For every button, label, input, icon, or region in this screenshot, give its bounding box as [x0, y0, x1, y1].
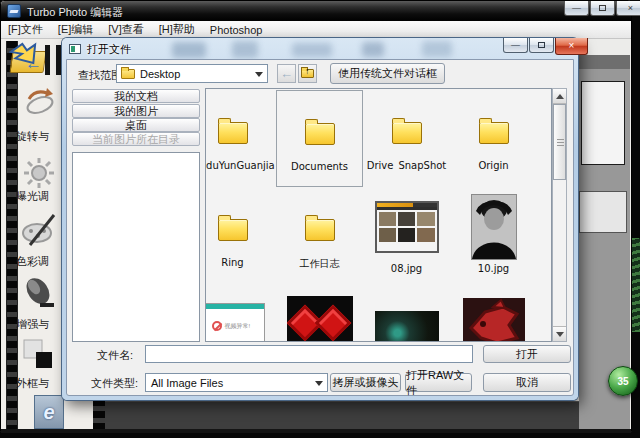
dialog-title: 打开文件: [87, 42, 131, 57]
look-in-dropdown[interactable]: Desktop: [116, 64, 268, 83]
sidebar-my-documents[interactable]: 我的文档: [72, 89, 200, 103]
internet-explorer-icon[interactable]: e: [34, 395, 64, 429]
error-icon: [212, 321, 222, 331]
open-raw-button[interactable]: 打开RAW文件: [405, 373, 472, 392]
file-name: 08.jpg: [363, 263, 450, 274]
chevron-down-icon: [315, 381, 323, 386]
photo-placeholder: [581, 81, 625, 165]
folder-icon: [479, 122, 509, 144]
maximize-icon: [538, 42, 545, 48]
nav-up-button[interactable]: ↑: [298, 64, 317, 83]
folder-icon: [218, 122, 248, 144]
file-name: Ring: [205, 257, 276, 268]
sidebar-list-box[interactable]: [72, 152, 200, 342]
menu-item-file[interactable]: [F]文件: [8, 22, 43, 37]
open-button[interactable]: 打开: [483, 345, 571, 363]
menu-item-view[interactable]: [V]查看: [108, 22, 143, 37]
menu-item-edit[interactable]: [E]编辑: [58, 22, 93, 37]
tool-exposure-label[interactable]: 曝光调: [16, 189, 63, 202]
undo-arrow-icon[interactable]: ←: [25, 55, 42, 72]
rotate-icon[interactable]: [19, 81, 59, 125]
file-thumbnail: [375, 201, 439, 253]
file-thumbnail: [287, 296, 353, 342]
tool-rotate-label[interactable]: 旋转与: [16, 129, 63, 142]
file-name: BaiduYunGuanjia: [205, 160, 276, 171]
enhance-icon[interactable]: [19, 271, 59, 315]
minimize-button[interactable]: —: [564, 1, 589, 16]
file-name: Documents: [277, 161, 362, 172]
file-item[interactable]: 08.jpg: [363, 187, 450, 284]
file-item[interactable]: Ring: [205, 187, 276, 284]
glass-reflection: [292, 43, 332, 57]
grid-scrollbar[interactable]: [552, 88, 567, 342]
toolbar-partial-icon: [45, 45, 62, 75]
thumb-caption: 视频异常!: [225, 322, 251, 331]
frame-icon[interactable]: [19, 333, 59, 377]
grey-band: [579, 55, 630, 69]
sidebar-current-dir-disabled: 当前图片所在目录: [72, 132, 200, 146]
maximize-button[interactable]: [590, 1, 615, 16]
file-item[interactable]: BaiduYunGuanjia: [205, 90, 276, 187]
desktop-gadget-badge[interactable]: 35: [608, 366, 638, 396]
dialog-close-button[interactable]: ×: [555, 38, 588, 55]
open-file-dialog: 打开文件 — × 查找范围: Desktop ← ↑ 使用传统文件对话框 我的文…: [62, 38, 578, 400]
glass-reflection: [232, 41, 258, 58]
folder-icon: [218, 219, 248, 241]
close-button[interactable]: ×: [616, 1, 640, 16]
file-grid[interactable]: BaiduYunGuanjia Documents Drive_SnapShot…: [205, 88, 552, 342]
tool-color-label[interactable]: 色彩调: [16, 254, 63, 267]
color-palette-icon[interactable]: [19, 207, 59, 251]
scroll-up-icon[interactable]: [553, 89, 566, 104]
dialog-controls: — ×: [503, 38, 588, 55]
dialog-maximize-button[interactable]: [529, 38, 554, 53]
glass-reflection: [172, 42, 206, 58]
ie-glyph: e: [43, 401, 54, 424]
up-folder-icon: ↑: [301, 69, 314, 78]
file-item[interactable]: 视频异常!: [205, 284, 276, 342]
dialog-titlebar[interactable]: [62, 38, 578, 59]
scrollbar-thumb[interactable]: [553, 104, 566, 180]
file-thumbnail: [463, 298, 525, 342]
file-item[interactable]: [363, 284, 450, 342]
folder-icon: [392, 122, 422, 144]
file-name: 工作日志: [276, 257, 363, 271]
main-titlebar[interactable]: Turbo Photo 编辑器 — ×: [1, 1, 631, 21]
app-title: Turbo Photo 编辑器: [27, 5, 123, 20]
tool-frame-label[interactable]: 外框与: [16, 376, 63, 389]
chevron-down-icon: [255, 72, 263, 77]
maximize-icon: [599, 5, 606, 11]
folder-icon: [305, 219, 335, 241]
glass-reflection: [362, 42, 384, 57]
sidebar-my-pictures[interactable]: 我的图片: [72, 104, 200, 118]
capture-button[interactable]: 拷屏或摄像头: [330, 373, 401, 392]
glass-reflection: [422, 41, 452, 57]
look-in-value: Desktop: [140, 68, 180, 80]
scroll-down-icon[interactable]: [553, 326, 566, 341]
cancel-button[interactable]: 取消: [483, 373, 571, 392]
file-name: Drive_SnapShot: [363, 160, 450, 171]
file-item[interactable]: 工作日志: [276, 187, 363, 284]
legacy-dialog-button[interactable]: 使用传统文件对话框: [330, 63, 445, 84]
file-item[interactable]: Origin: [450, 90, 537, 187]
file-thumbnail: [375, 311, 439, 342]
file-thumbnail: 视频异常!: [205, 303, 265, 342]
file-name: 10.jpg: [450, 263, 537, 274]
tool-enhance-label[interactable]: 增强与: [16, 317, 63, 330]
file-item[interactable]: [276, 284, 363, 342]
sidebar-desktop[interactable]: 桌面: [72, 118, 200, 132]
nav-back-button[interactable]: ←: [277, 64, 296, 83]
photo-placeholder: [579, 191, 627, 233]
filename-input[interactable]: [145, 345, 473, 363]
filename-label: 文件名:: [97, 348, 133, 363]
app-icon: [7, 4, 21, 18]
file-item[interactable]: Drive_SnapShot: [363, 90, 450, 187]
menu-item-photoshop[interactable]: Photoshop: [210, 24, 263, 36]
filetype-dropdown[interactable]: All Image Files: [145, 373, 328, 392]
file-name: Origin: [450, 160, 537, 171]
file-item[interactable]: 10.jpg: [450, 187, 537, 284]
menu-item-help[interactable]: [H]帮助: [159, 22, 195, 37]
dialog-minimize-button[interactable]: —: [503, 38, 528, 53]
file-item-selected[interactable]: Documents: [276, 90, 363, 187]
file-item[interactable]: [450, 284, 537, 342]
thumbnail-strip: [105, 401, 629, 431]
